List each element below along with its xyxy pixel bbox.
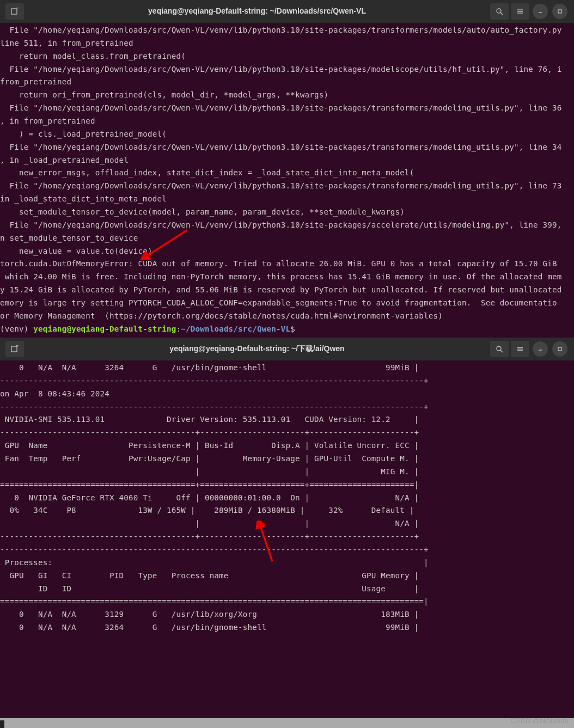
terminal-line: torch.cuda.OutOfMemoryError: CUDA out of… (0, 258, 574, 271)
terminal-line: File "/home/yeqiang/Downloads/src/Qwen-V… (0, 102, 574, 115)
menu-button-top[interactable] (511, 3, 529, 20)
nvidia-smi-line: Processes: | (0, 556, 574, 570)
prompt-sep: : (176, 325, 181, 333)
terminal-line: or Memory Management (https://pytorch.or… (0, 310, 574, 323)
terminal-line: return model_class.from_pretrained( (0, 50, 574, 63)
svg-line-16 (500, 350, 503, 352)
search-button-bottom[interactable] (490, 341, 509, 357)
prompt-path: ~/Downloads/src/Qwen-VL (181, 325, 290, 333)
svg-rect-12 (11, 346, 17, 352)
window-title-bottom: yeqiang@yeqiang-Default-string: ~/下载/ai/… (25, 342, 489, 356)
search-button-top[interactable] (490, 3, 509, 20)
terminal-line: , in from_pretrained (0, 115, 574, 128)
minimize-button-bottom[interactable] (533, 341, 548, 357)
terminal-line: emory is large try setting PYTORCH_CUDA_… (0, 297, 574, 310)
prompt-user: yeqiang@yeqiang-Default-string (33, 325, 176, 333)
terminal-line: new_error_msgs, offload_index, state_dic… (0, 167, 574, 180)
terminal-line: set_module_tensor_to_device(model, param… (0, 206, 574, 219)
terminal-line: return ori_from_pretrained(cls, model_di… (0, 89, 574, 102)
window-title-top: yeqiang@yeqiang-Default-string: ~/Downlo… (25, 5, 489, 18)
nvidia-smi-line: 0 N/A N/A 3264 G /usr/bin/gnome-shell 99… (0, 621, 574, 634)
svg-rect-21 (558, 347, 561, 351)
terminal-output-bottom[interactable]: 0 N/A N/A 3264 G /usr/bin/gnome-shell 99… (0, 360, 574, 634)
maximize-button-top[interactable] (552, 4, 567, 19)
terminal-line: from_pretrained (0, 76, 574, 89)
cursor-line (0, 718, 574, 728)
nvidia-smi-line: ----------------------------------------… (0, 543, 574, 556)
prompt-dollar: $ (290, 325, 300, 333)
terminal-line: in _load_state_dict_into_meta_model (0, 193, 574, 206)
minimize-button-top[interactable] (533, 4, 548, 19)
svg-rect-9 (558, 10, 561, 13)
terminal-line: File "/home/yeqiang/Downloads/src/Qwen-V… (0, 24, 574, 37)
watermark: CSDN @hkNaruto (511, 715, 569, 727)
nvidia-smi-line: GPU GI CI PID Type Process name GPU Memo… (0, 570, 574, 583)
terminal-line: line 511, in from_pretrained (0, 37, 574, 50)
nvidia-smi-line: ----------------------------------------… (0, 375, 574, 388)
terminal-line: File "/home/yeqiang/Downloads/src/Qwen-V… (0, 180, 574, 193)
nvidia-smi-line: on Apr 8 08:43:46 2024 (0, 388, 574, 401)
svg-point-15 (497, 346, 501, 351)
terminal-line: y 15.24 GiB is allocated by PyTorch, and… (0, 284, 574, 297)
terminal-line: File "/home/yeqiang/Downloads/src/Qwen-V… (0, 141, 574, 154)
nvidia-smi-line: ========================================… (0, 595, 574, 608)
nvidia-smi-line: ----------------------------------------… (0, 530, 574, 543)
svg-rect-0 (11, 9, 17, 14)
terminal-line: ) = cls._load_pretrained_model( (0, 128, 574, 141)
nvidia-smi-line: 0 N/A N/A 3129 G /usr/lib/xorg/Xorg 183M… (0, 608, 574, 621)
venv-prefix: (venv) (0, 325, 33, 333)
nvidia-smi-line: ID ID Usage | (0, 583, 574, 596)
prompt-line[interactable]: (venv) yeqiang@yeqiang-Default-string:~/… (0, 323, 574, 336)
menu-button-bottom[interactable] (511, 341, 529, 357)
nvidia-smi-line: | | N/A | (0, 517, 574, 530)
nvidia-smi-line: NVIDIA-SMI 535.113.01 Driver Version: 53… (0, 413, 574, 426)
terminal-line: new_value = value.to(device) (0, 245, 574, 258)
terminal-line: File "/home/yeqiang/Downloads/src/Qwen-V… (0, 63, 574, 76)
titlebar-top: yeqiang@yeqiang-Default-string: ~/Downlo… (0, 0, 574, 23)
nvidia-smi-line: GPU Name Persistence-M | Bus-Id Disp.A |… (0, 439, 574, 452)
nvidia-smi-line: 0% 34C P8 13W / 165W | 289MiB / 16380MiB… (0, 504, 574, 517)
nvidia-smi-line: | | MIG M. | (0, 466, 574, 479)
svg-line-4 (500, 13, 503, 15)
nvidia-smi-line: 0 N/A N/A 3264 G /usr/bin/gnome-shell 99… (0, 362, 574, 375)
maximize-button-bottom[interactable] (552, 341, 567, 357)
terminal-line: n set_module_tensor_to_device (0, 232, 574, 245)
terminal-line: which 24.00 MiB is free. Including non-P… (0, 271, 574, 284)
terminal-output-top[interactable]: File "/home/yeqiang/Downloads/src/Qwen-V… (0, 23, 574, 336)
new-tab-button-bottom[interactable] (5, 341, 24, 357)
nvidia-smi-line: ----------------------------------------… (0, 426, 574, 439)
nvidia-smi-line: 0 NVIDIA GeForce RTX 4060 Ti Off | 00000… (0, 492, 574, 505)
nvidia-smi-line: Fan Temp Perf Pwr:Usage/Cap | Memory-Usa… (0, 452, 574, 466)
nvidia-smi-line: ----------------------------------------… (0, 401, 574, 414)
nvidia-smi-line: ========================================… (0, 479, 574, 492)
svg-point-3 (497, 9, 501, 13)
titlebar-bottom: yeqiang@yeqiang-Default-string: ~/下载/ai/… (0, 338, 574, 360)
terminal-line: File "/home/yeqiang/Downloads/src/Qwen-V… (0, 219, 574, 232)
terminal-line: , in _load_pretrained_model (0, 154, 574, 167)
new-tab-button[interactable] (5, 3, 24, 20)
